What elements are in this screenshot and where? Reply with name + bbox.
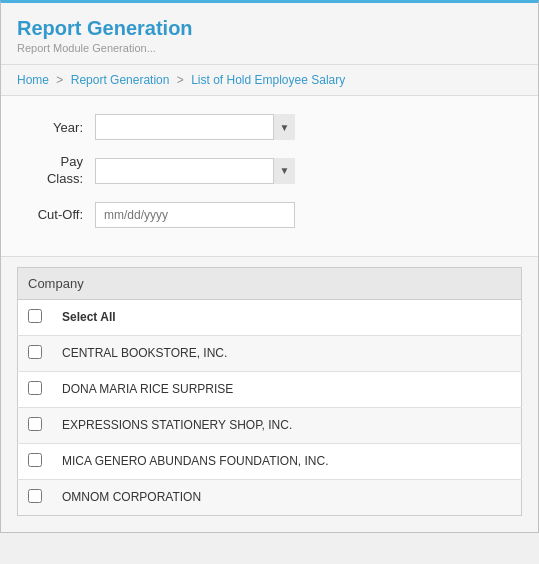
company-checkbox[interactable] — [28, 489, 42, 503]
cut-off-label: Cut-Off: — [25, 207, 95, 222]
table-row: EXPRESSIONS STATIONERY SHOP, INC. — [18, 407, 522, 443]
company-name: EXPRESSIONS STATIONERY SHOP, INC. — [52, 407, 522, 443]
form-section: Year: ▼ Pay Class: ▼ Cut-Off: — [1, 96, 538, 257]
table-row: DONA MARIA RICE SURPRISE — [18, 371, 522, 407]
year-label: Year: — [25, 120, 95, 135]
company-checkbox[interactable] — [28, 417, 42, 431]
cut-off-row: Cut-Off: — [25, 202, 514, 228]
breadcrumb-sep2: > — [177, 73, 184, 87]
table-row: CENTRAL BOOKSTORE, INC. — [18, 335, 522, 371]
breadcrumb-current[interactable]: List of Hold Employee Salary — [191, 73, 345, 87]
checkbox-cell — [18, 299, 53, 335]
cut-off-input[interactable] — [95, 202, 295, 228]
breadcrumb-sep1: > — [56, 73, 63, 87]
pay-class-select-wrapper: ▼ — [95, 158, 295, 184]
year-select[interactable] — [95, 114, 295, 140]
checkbox-cell — [18, 479, 53, 515]
company-checkbox[interactable] — [28, 345, 42, 359]
header-section: Report Generation Report Module Generati… — [1, 3, 538, 65]
company-checkbox[interactable] — [28, 309, 42, 323]
company-column-header: Company — [18, 267, 522, 299]
page-title: Report Generation — [17, 17, 522, 40]
pay-class-select[interactable] — [95, 158, 295, 184]
company-name: OMNOM CORPORATION — [52, 479, 522, 515]
table-row: OMNOM CORPORATION — [18, 479, 522, 515]
table-row: Select All — [18, 299, 522, 335]
page-subtitle: Report Module Generation... — [17, 42, 522, 54]
checkbox-cell — [18, 407, 53, 443]
breadcrumb-home[interactable]: Home — [17, 73, 49, 87]
main-window: Report Generation Report Module Generati… — [0, 0, 539, 533]
company-table: Company Select AllCENTRAL BOOKSTORE, INC… — [17, 267, 522, 516]
breadcrumb: Home > Report Generation > List of Hold … — [1, 65, 538, 96]
company-checkbox[interactable] — [28, 381, 42, 395]
table-row: MICA GENERO ABUNDANS FOUNDATION, INC. — [18, 443, 522, 479]
breadcrumb-section[interactable]: Report Generation — [71, 73, 170, 87]
year-row: Year: ▼ — [25, 114, 514, 140]
company-name: MICA GENERO ABUNDANS FOUNDATION, INC. — [52, 443, 522, 479]
table-section: Company Select AllCENTRAL BOOKSTORE, INC… — [1, 257, 538, 532]
pay-class-label: Pay Class: — [25, 154, 95, 188]
company-name: DONA MARIA RICE SURPRISE — [52, 371, 522, 407]
company-name: Select All — [52, 299, 522, 335]
checkbox-cell — [18, 335, 53, 371]
year-select-wrapper: ▼ — [95, 114, 295, 140]
pay-class-row: Pay Class: ▼ — [25, 154, 514, 188]
checkbox-cell — [18, 371, 53, 407]
checkbox-cell — [18, 443, 53, 479]
company-checkbox[interactable] — [28, 453, 42, 467]
company-name: CENTRAL BOOKSTORE, INC. — [52, 335, 522, 371]
